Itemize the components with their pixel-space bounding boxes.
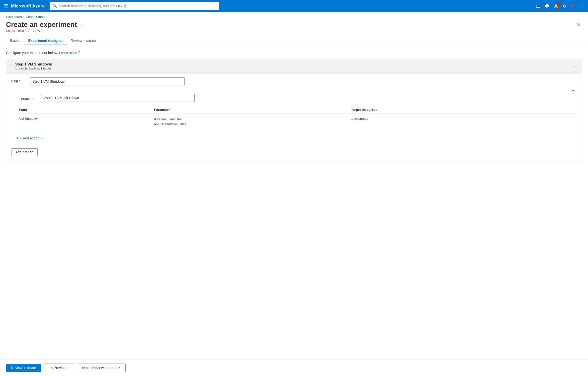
nav-icons: 💻 💬 🔔 2 ⚙ ❓ 👤 [536,4,584,8]
feedback-icon[interactable]: 💬 [545,4,550,8]
tabs: Basics Experiment designer Review + crea… [0,33,588,45]
close-button[interactable]: ✕ [576,21,582,29]
brand-name: Microsoft Azure [11,3,45,9]
fault-table: Fault Parameter Target resources VM Shut… [16,106,577,130]
tab-basics[interactable]: Basics [6,37,24,45]
branch-options-area [16,88,577,93]
settings-icon[interactable]: ⚙ [563,4,566,8]
fault-table-body: VM Shutdown duration: 5 minutes abruptSh… [16,114,577,130]
branch-connector-symbol: └─ [16,96,20,99]
step-name: Step 1 VM Shutdown [15,62,572,66]
branch-content: └─ Branch * [16,88,577,143]
fault-table-container: Fault Parameter Target resources VM Shut… [16,106,577,130]
branch-section: └─ Branch * [11,88,577,143]
fault-row-options-button[interactable] [516,116,523,122]
branch-field-row: └─ Branch * [16,94,577,102]
step-required-indicator: * [19,79,20,83]
search-icon: 🔍 [53,4,57,8]
step-field-label: Step * [11,77,26,83]
add-action-row: + + Add action ⌄ [16,134,577,142]
step-field-row: Step * [11,77,577,85]
page-header: Create an experiment Chaos Studio | PREV… [0,19,588,33]
page-header-content: Create an experiment Chaos Studio | PREV… [6,21,77,33]
fault-table-header: Fault Parameter Target resources [16,106,577,114]
learn-more-link[interactable]: Learn more [59,51,77,55]
add-action-label: + Add action [20,136,39,140]
col-actions [513,106,577,114]
add-branch-container: Add branch [11,145,577,156]
plus-icon: + [16,136,18,140]
fault-table-header-row: Fault Parameter Target resources [16,106,577,114]
help-icon[interactable]: ❓ [570,4,575,8]
step-title-area: Step 1 VM Shutdown 1 branch, 1 action, 1… [15,62,572,70]
breadcrumb-sep-1: › [23,15,24,19]
hamburger-menu[interactable]: ☰ [4,3,8,9]
step-meta: 1 branch, 1 action, 1 target [15,67,572,70]
step-collapse-chevron[interactable]: ⌃ [10,64,13,68]
fault-target-resources: 1 resources [348,114,513,130]
step-name-input[interactable] [30,77,185,85]
param-duration: duration: 5 minutes [154,117,345,122]
fault-row-options [513,114,577,130]
review-create-button[interactable]: Review + create [6,364,41,372]
breadcrumb: Dashboard › Chaos Studio › [0,12,588,19]
top-navigation: ☰ Microsoft Azure 🔍 💻 💬 🔔 2 ⚙ ❓ 👤 [0,0,588,12]
branch-options-button[interactable] [571,88,577,93]
header-options-button[interactable] [80,23,84,28]
branch-label-area: └─ Branch * [16,94,36,101]
external-link-icon: ⇗ [78,50,80,53]
search-input[interactable] [59,4,216,8]
configure-text: Configure your experiment below. Learn m… [6,50,582,55]
col-target-resources: Target resources [348,106,513,114]
fault-parameters: duration: 5 minutes abruptShutdown: fals… [151,114,348,130]
notification-badge: 2 [557,2,561,6]
branch-field-label: Branch * [21,95,34,101]
step-header: ⌃ Step 1 VM Shutdown 1 branch, 1 action,… [6,59,582,73]
content-area: Configure your experiment below. Learn m… [0,45,588,359]
step-body: Step * [6,73,582,161]
step-options-button[interactable] [574,63,578,69]
next-button[interactable]: Next : Review + create > [77,364,126,372]
user-avatar[interactable]: 👤 [579,4,584,8]
tab-experiment-designer[interactable]: Experiment designer [24,37,67,45]
bottom-bar: Review + create < Previous Next : Review… [0,359,588,376]
fault-name: VM Shutdown [16,114,151,130]
breadcrumb-sep-2: › [47,15,48,19]
add-branch-button[interactable]: Add branch [11,148,38,156]
page-subtitle: Chaos Studio | PREVIEW [6,29,77,33]
col-fault: Fault [16,106,151,114]
add-action-chevron: ⌄ [41,136,43,140]
notifications-icon[interactable]: 🔔 2 [554,4,559,8]
add-action-button[interactable]: + + Add action ⌄ [16,135,43,141]
table-row: VM Shutdown duration: 5 minutes abruptSh… [16,114,577,130]
col-parameter: Parameter [151,106,348,114]
param-abrupt-shutdown: abruptShutdown: false [154,122,345,127]
breadcrumb-dashboard[interactable]: Dashboard [6,15,22,19]
tab-review-create[interactable]: Review + create [67,37,100,45]
main-container: Dashboard › Chaos Studio › Create an exp… [0,12,588,376]
branch-name-input[interactable] [40,94,195,102]
step-card: ⌃ Step 1 VM Shutdown 1 branch, 1 action,… [6,59,582,161]
breadcrumb-chaos-studio[interactable]: Chaos Studio [26,15,45,19]
cloud-shell-icon[interactable]: 💻 [536,4,541,8]
previous-button[interactable]: < Previous [44,364,74,372]
branch-required-indicator: * [32,97,33,101]
search-box: 🔍 [50,2,219,10]
page-title: Create an experiment [6,21,77,29]
